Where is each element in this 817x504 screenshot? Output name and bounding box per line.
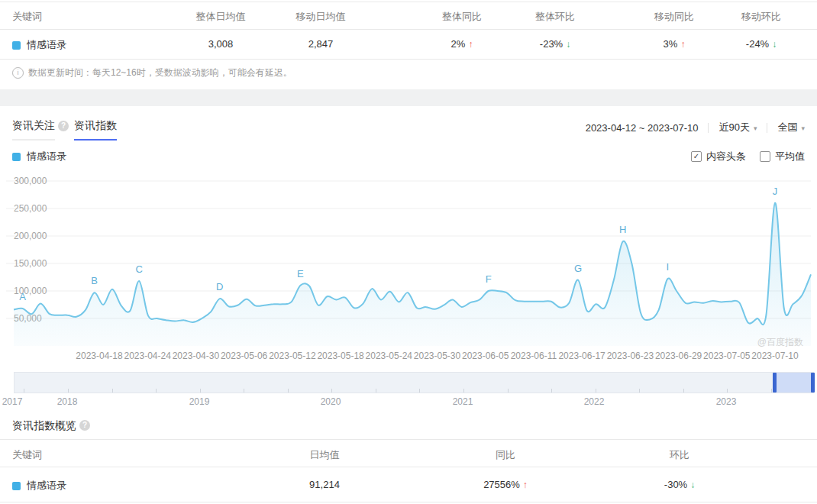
timeline-year-label: 2018 — [57, 396, 78, 407]
tab-news-index[interactable]: 资讯指数 — [74, 119, 117, 141]
ov-col-header-mom: 环比 — [670, 448, 689, 462]
arrow-down-icon: ↓ — [690, 480, 695, 490]
col-header-overall-daily-avg: 整体日均值 — [196, 10, 246, 24]
timeline-tick — [112, 389, 113, 393]
legend-keyword-label: 情感语录 — [27, 150, 66, 163]
ov-keyword-cell[interactable]: 情感语录 — [12, 479, 66, 493]
timeline-selection[interactable] — [774, 373, 815, 393]
timeline-tick — [288, 389, 289, 393]
timeline-tick — [200, 389, 201, 393]
baidu-index-dashboard: 关键词 整体日均值 移动日均值 整体同比 整体环比 移动同比 移动环比 情感语录… — [0, 0, 817, 504]
checkbox-icon: ✓ — [691, 151, 702, 162]
timeline-tick — [727, 389, 728, 393]
y-axis-label: 200,000 — [14, 231, 47, 241]
legend-color-swatch — [12, 153, 21, 161]
y-axis-label: 300,000 — [14, 176, 47, 186]
area-fill — [14, 203, 811, 346]
trend-line — [14, 203, 811, 325]
overall-daily-avg-value: 3,008 — [208, 38, 234, 50]
timeline-slider-track[interactable] — [14, 372, 814, 393]
divider — [767, 123, 767, 133]
question-circle-icon[interactable]: ? — [79, 420, 90, 431]
x-axis-label: 2023-05-30 — [414, 351, 460, 361]
peak-marker: E — [297, 268, 304, 279]
ov-yoy-value: 27556%↑ — [483, 479, 528, 490]
region-dropdown[interactable]: 全国▾ — [777, 121, 805, 134]
peak-marker: H — [619, 224, 626, 235]
x-axis-label: 2023-05-06 — [221, 351, 267, 361]
watermark: @百度指数 — [757, 336, 803, 349]
timeline-tick — [376, 389, 376, 393]
x-axis-label: 2023-04-30 — [173, 351, 219, 361]
timeline-tick — [419, 389, 420, 393]
x-axis-label: 2023-06-23 — [607, 351, 654, 361]
x-axis-label: 2023-07-10 — [751, 351, 798, 361]
timeline-left-handle[interactable] — [773, 373, 777, 393]
divider — [0, 502, 817, 502]
data-update-note: i 数据更新时间：每天12~16时，受数据波动影响，可能会有延迟。 — [12, 66, 292, 79]
peak-marker: G — [574, 263, 582, 274]
chart-series — [14, 203, 811, 346]
timeline-year-label: 2022 — [584, 396, 605, 407]
peak-marker: F — [486, 273, 492, 285]
change-value: 3% — [664, 38, 678, 50]
timeline-year-label: 2020 — [321, 396, 341, 407]
x-axis-label: 2023-05-12 — [269, 351, 315, 361]
chart-peak-markers: ABCDEFGHIJ — [19, 186, 777, 302]
info-circle-icon: i — [12, 67, 24, 79]
mobile-yoy-value: 3%↑ — [664, 38, 686, 50]
change-value: -24% — [746, 38, 769, 50]
timeline-tick — [24, 389, 24, 393]
keyword-color-swatch — [12, 41, 21, 50]
period-dropdown[interactable]: 近90天▾ — [719, 121, 757, 134]
tab-news-attention[interactable]: 资讯关注 — [12, 119, 55, 141]
change-value: 2% — [451, 38, 466, 50]
arrow-down-icon: ↓ — [772, 39, 777, 50]
arrow-up-icon: ↑ — [680, 39, 685, 50]
timeline-tick — [771, 389, 772, 393]
keyword-label: 情感语录 — [27, 479, 66, 493]
chart-legend-item[interactable]: 情感语录 — [12, 150, 66, 163]
x-axis-label: 2023-06-17 — [558, 351, 605, 361]
timeline-year-label: 2017 — [2, 396, 23, 407]
keyword-cell[interactable]: 情感语录 — [12, 38, 66, 52]
trend-chart: 300,000250,000200,000150,000100,00050,00… — [0, 172, 817, 367]
note-text: 数据更新时间：每天12~16时，受数据波动影响，可能会有延迟。 — [28, 66, 292, 79]
col-header-keyword: 关键词 — [12, 10, 42, 24]
timeline-tick — [639, 389, 640, 393]
peak-marker: D — [216, 281, 223, 292]
section-separator — [0, 89, 817, 106]
x-axis-label: 2023-06-29 — [655, 351, 702, 361]
divider — [0, 59, 817, 60]
overall-yoy-value: 2%↑ — [451, 38, 473, 50]
change-value: 27556% — [483, 479, 520, 490]
peak-marker: C — [136, 263, 143, 275]
y-axis-label: 50,000 — [14, 313, 42, 324]
col-header-overall-mom: 整体环比 — [535, 10, 575, 24]
col-header-overall-yoy: 整体同比 — [442, 10, 482, 24]
arrow-up-icon: ↑ — [468, 39, 473, 50]
y-axis-label: 100,000 — [14, 286, 47, 296]
caret-down-icon: ▾ — [801, 124, 805, 132]
caret-down-icon: ▾ — [754, 124, 757, 132]
x-axis-label: 2023-06-11 — [511, 351, 557, 361]
date-range[interactable]: 2023-04-12 ~ 2023-07-10 — [586, 122, 699, 134]
timeline-tick — [551, 389, 552, 393]
checkbox-average[interactable]: 平均值 — [760, 150, 805, 163]
peak-marker: A — [19, 291, 26, 302]
timeline-year-label: 2023 — [716, 396, 737, 407]
chart-options: ✓ 内容头条 平均值 — [691, 150, 805, 163]
ov-col-header-yoy: 同比 — [496, 448, 515, 462]
ov-col-header-daily-avg: 日均值 — [310, 448, 340, 462]
divider — [0, 2, 817, 2]
timeline-right-handle[interactable] — [811, 373, 815, 393]
timeline-tick — [463, 389, 464, 393]
timeline-tick — [508, 389, 509, 393]
peak-marker: B — [91, 275, 98, 286]
change-value: -23% — [540, 38, 563, 50]
ov-col-header-keyword: 关键词 — [12, 448, 42, 462]
checkbox-content-headline[interactable]: ✓ 内容头条 — [691, 150, 746, 163]
arrow-down-icon: ↓ — [566, 39, 570, 50]
x-axis-label: 2023-04-18 — [76, 351, 122, 361]
question-circle-icon[interactable]: ? — [58, 121, 69, 131]
